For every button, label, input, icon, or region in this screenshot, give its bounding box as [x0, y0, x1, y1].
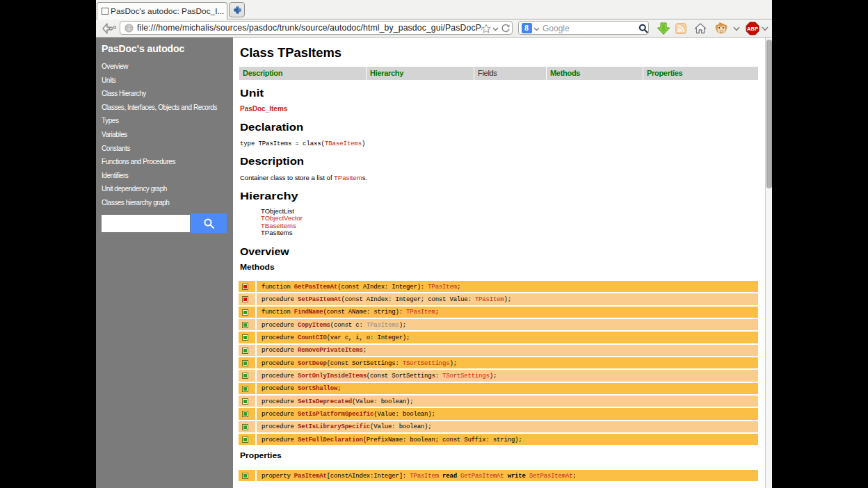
svg-text:ABP: ABP	[747, 26, 758, 32]
